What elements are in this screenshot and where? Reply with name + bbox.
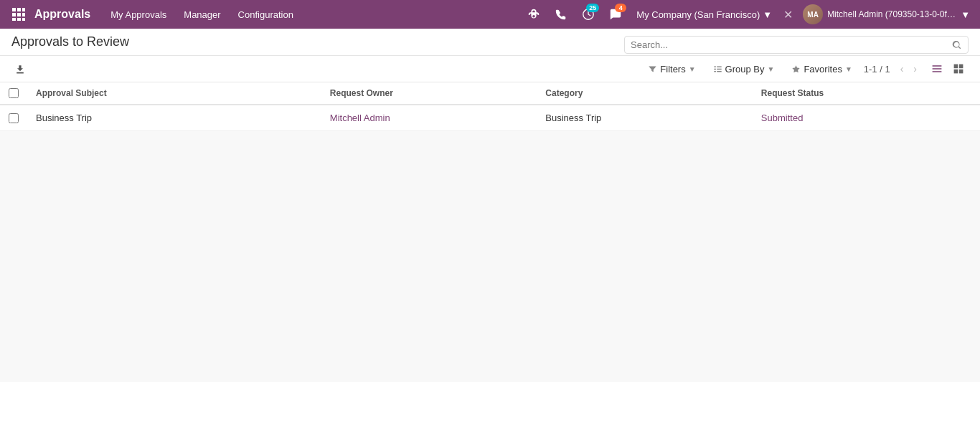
svg-rect-10	[954, 64, 958, 69]
chat-icon-btn[interactable]: 4	[603, 2, 628, 27]
nav-my-approvals[interactable]: My Approvals	[102, 0, 175, 29]
svg-rect-4	[17, 13, 21, 16]
favorites-label: Favorites	[804, 64, 842, 75]
page-body	[0, 131, 980, 382]
nav-menu: My Approvals Manager Configuration	[102, 0, 522, 29]
owner-link[interactable]: Mitchell Admin	[330, 113, 390, 123]
nav-configuration[interactable]: Configuration	[230, 0, 302, 29]
row-status: Submitted	[753, 105, 980, 131]
user-caret: ▼	[961, 9, 970, 20]
select-all-checkbox[interactable]	[9, 88, 19, 98]
toolbar-left	[11, 62, 642, 76]
page-title: Approvals to Review	[11, 34, 618, 49]
row-subject[interactable]: Business Trip	[27, 105, 321, 131]
row-category: Business Trip	[537, 105, 753, 131]
favorites-button[interactable]: Favorites ▼	[786, 61, 857, 77]
table-header-row: Approval Subject Request Owner Category …	[0, 82, 980, 105]
next-page-button[interactable]: ›	[909, 62, 921, 76]
pagination-buttons: ‹ ›	[896, 62, 921, 76]
svg-rect-0	[12, 8, 16, 11]
user-name: Mitchell Admin (709350-13-0-0fa9f6-all)	[827, 9, 956, 19]
topbar-right: 25 4 My Company (San Francisco) ▼ ✕ MA M…	[522, 2, 974, 27]
chat-badge: 4	[615, 4, 626, 12]
col-request-status[interactable]: Request Status	[753, 82, 980, 105]
row-checkbox-cell[interactable]	[0, 105, 27, 131]
search-input[interactable]	[631, 39, 952, 50]
groupby-caret: ▼	[768, 65, 775, 73]
col-category[interactable]: Category	[537, 82, 753, 105]
company-caret: ▼	[763, 9, 772, 20]
company-name: My Company (San Francisco)	[636, 9, 760, 20]
app-name: Approvals	[34, 8, 90, 21]
row-checkbox[interactable]	[9, 113, 19, 123]
row-owner[interactable]: Mitchell Admin	[321, 105, 537, 131]
filters-label: Filters	[660, 64, 685, 75]
view-toggle	[927, 60, 969, 77]
col-request-owner[interactable]: Request Owner	[321, 82, 537, 105]
list-view: Approval Subject Request Owner Category …	[0, 82, 980, 131]
list-view-button[interactable]	[927, 60, 947, 77]
col-approval-subject[interactable]: Approval Subject	[27, 82, 321, 105]
filters-button[interactable]: Filters ▼	[642, 61, 701, 77]
pagination-info: 1-1 / 1	[864, 64, 890, 75]
table-body: Business Trip Mitchell Admin Business Tr…	[0, 105, 980, 131]
close-button[interactable]: ✕	[781, 8, 796, 21]
apps-grid-icon[interactable]	[6, 1, 32, 27]
activity-badge: 25	[586, 4, 599, 12]
top-navigation: Approvals My Approvals Manager Configura…	[0, 0, 980, 29]
approvals-table: Approval Subject Request Owner Category …	[0, 82, 980, 131]
company-selector[interactable]: My Company (San Francisco) ▼	[631, 9, 778, 20]
favorites-caret: ▼	[845, 65, 852, 73]
svg-rect-13	[959, 70, 963, 74]
prev-page-button[interactable]: ‹	[896, 62, 908, 76]
filters-caret: ▼	[689, 65, 696, 73]
status-badge: Submitted	[761, 113, 804, 123]
groupby-button[interactable]: Group By ▼	[707, 61, 781, 77]
toolbar-right: Filters ▼ Group By ▼ Favorites ▼ 1-1 / 1…	[642, 60, 969, 77]
table-row[interactable]: Business Trip Mitchell Admin Business Tr…	[0, 105, 980, 131]
select-all-header[interactable]	[0, 82, 27, 105]
phone-icon-btn[interactable]	[549, 2, 573, 27]
debug-icon-btn[interactable]	[522, 2, 546, 27]
svg-rect-3	[12, 13, 16, 16]
svg-rect-7	[17, 18, 21, 21]
list-toolbar: Filters ▼ Group By ▼ Favorites ▼ 1-1 / 1…	[0, 56, 980, 82]
svg-rect-6	[12, 18, 16, 21]
kanban-view-button[interactable]	[948, 60, 969, 77]
user-avatar: MA	[803, 4, 823, 24]
groupby-label: Group By	[725, 64, 765, 75]
svg-rect-11	[959, 64, 963, 69]
svg-rect-5	[22, 13, 25, 16]
download-button[interactable]	[11, 62, 29, 76]
svg-rect-1	[17, 8, 21, 11]
svg-rect-12	[954, 70, 958, 74]
user-menu[interactable]: MA Mitchell Admin (709350-13-0-0fa9f6-al…	[798, 4, 974, 24]
search-icon[interactable]	[952, 40, 962, 50]
activity-icon-btn[interactable]: 25	[576, 2, 600, 27]
nav-manager[interactable]: Manager	[175, 0, 229, 29]
svg-rect-2	[22, 8, 25, 11]
svg-rect-8	[22, 18, 25, 21]
